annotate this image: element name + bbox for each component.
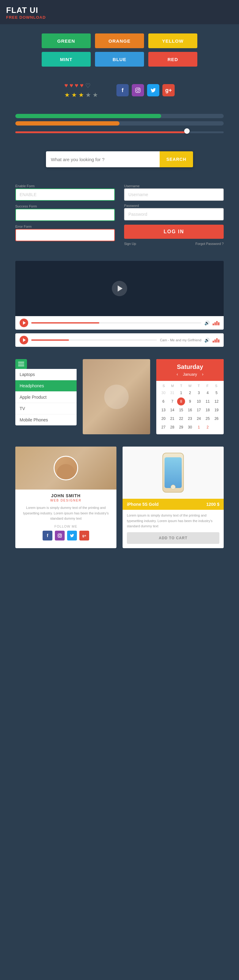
menu-item-laptops[interactable]: Laptops bbox=[15, 369, 77, 380]
star-4[interactable]: ★ bbox=[85, 91, 91, 99]
heart-1[interactable]: ♥ bbox=[64, 82, 68, 89]
blue-button[interactable]: BLUE bbox=[95, 52, 144, 67]
heart-4[interactable]: ♥ bbox=[80, 82, 84, 89]
cal-day-15[interactable]: 15 bbox=[177, 406, 185, 414]
cal-day-18[interactable]: 18 bbox=[204, 406, 212, 414]
cal-day-28[interactable]: 28 bbox=[168, 423, 176, 431]
weekday-f: F bbox=[203, 384, 212, 388]
cal-day-14[interactable]: 14 bbox=[168, 406, 176, 414]
twitter-icon[interactable] bbox=[147, 84, 159, 96]
cal-day-31prev[interactable]: 31 bbox=[168, 389, 176, 397]
menu-item-tv[interactable]: TV bbox=[15, 403, 77, 414]
svg-point-4 bbox=[59, 535, 61, 536]
video-progress-bar[interactable] bbox=[31, 322, 201, 323]
weekday-t1: T bbox=[177, 384, 186, 388]
audio-progress-bar[interactable] bbox=[31, 339, 157, 341]
password-input[interactable] bbox=[124, 208, 224, 220]
green-button[interactable]: GREEN bbox=[42, 33, 91, 48]
cal-day-27[interactable]: 27 bbox=[159, 423, 167, 431]
cal-day-17[interactable]: 17 bbox=[195, 406, 203, 414]
orange-button[interactable]: ORANGE bbox=[95, 33, 144, 48]
calendar-next-arrow[interactable]: › bbox=[202, 372, 203, 377]
audio-play-icon bbox=[23, 338, 26, 342]
hamburger-menu-button[interactable] bbox=[15, 359, 27, 369]
google-plus-icon[interactable]: g+ bbox=[162, 84, 175, 96]
menu-item-mobile[interactable]: Mobile Phones bbox=[15, 414, 77, 425]
profile-instagram-icon[interactable] bbox=[55, 531, 65, 541]
audio-volume-icon[interactable]: 🔊 bbox=[204, 337, 210, 342]
star-1[interactable]: ★ bbox=[64, 91, 70, 99]
cal-day-30prev[interactable]: 30 bbox=[159, 389, 167, 397]
red-button[interactable]: RED bbox=[148, 52, 197, 67]
profile-description: Lorem ipsum is simply dummy text of the … bbox=[15, 502, 116, 525]
svg-point-1 bbox=[137, 89, 139, 91]
cal-day-13[interactable]: 13 bbox=[159, 406, 167, 414]
forgot-link[interactable]: Forgot Password ? bbox=[195, 242, 224, 245]
instagram-icon[interactable] bbox=[132, 84, 144, 96]
heart-2[interactable]: ♥ bbox=[70, 82, 73, 89]
cal-day-12[interactable]: 12 bbox=[213, 398, 221, 406]
cal-day-24[interactable]: 24 bbox=[195, 415, 203, 423]
video-screen[interactable] bbox=[15, 261, 224, 316]
cal-day-22[interactable]: 22 bbox=[177, 415, 185, 423]
cal-day-8-today[interactable]: 8 bbox=[177, 398, 185, 406]
slider-thumb[interactable] bbox=[184, 128, 190, 134]
cal-day-3[interactable]: 3 bbox=[195, 389, 203, 397]
cal-day-2[interactable]: 2 bbox=[186, 389, 194, 397]
cal-day-23[interactable]: 23 bbox=[186, 415, 194, 423]
cal-day-19[interactable]: 19 bbox=[213, 406, 221, 414]
star-2[interactable]: ★ bbox=[71, 91, 77, 99]
add-to-cart-button[interactable]: ADD TO CART bbox=[127, 532, 219, 544]
facebook-icon[interactable]: f bbox=[116, 84, 129, 96]
profile-twitter-icon[interactable] bbox=[67, 531, 77, 541]
cal-day-4[interactable]: 4 bbox=[204, 389, 212, 397]
cal-day-30[interactable]: 30 bbox=[186, 423, 194, 431]
audio-title: Cam - Me and my Girlfriend bbox=[160, 338, 201, 342]
heart-5[interactable]: ♡ bbox=[85, 82, 91, 89]
yellow-button[interactable]: YELLOW bbox=[148, 33, 197, 48]
success-input[interactable] bbox=[15, 209, 115, 221]
star-3[interactable]: ★ bbox=[78, 91, 84, 99]
vol-bar-2 bbox=[214, 322, 216, 325]
calendar-prev-arrow[interactable]: ‹ bbox=[176, 372, 178, 377]
video-section: 🔊 Cam - Me and my Girlfriend 🔊 bbox=[0, 258, 239, 356]
cal-day-25[interactable]: 25 bbox=[204, 415, 212, 423]
volume-icon[interactable]: 🔊 bbox=[204, 320, 210, 325]
cal-day-2next[interactable]: 2 bbox=[204, 423, 212, 431]
cal-day-11[interactable]: 11 bbox=[204, 398, 212, 406]
cal-day-20[interactable]: 20 bbox=[159, 415, 167, 423]
cal-day-29[interactable]: 29 bbox=[177, 423, 185, 431]
cal-day-7[interactable]: 7 bbox=[168, 398, 176, 406]
video-controls-play-button[interactable] bbox=[20, 318, 28, 327]
success-form-group: Success Form bbox=[15, 204, 115, 221]
cal-day-10[interactable]: 10 bbox=[195, 398, 203, 406]
slider-wrap[interactable] bbox=[15, 130, 224, 134]
search-button[interactable]: SEARCH bbox=[160, 151, 193, 167]
cal-day-1next[interactable]: 1 bbox=[195, 423, 203, 431]
username-input[interactable] bbox=[124, 188, 224, 201]
heart-3[interactable]: ♥ bbox=[75, 82, 78, 89]
audio-vol-bar-4 bbox=[218, 339, 219, 342]
video-play-button[interactable] bbox=[112, 281, 127, 296]
signup-link[interactable]: Sign Up bbox=[124, 242, 136, 245]
profile-google-plus-icon[interactable]: g+ bbox=[79, 531, 89, 541]
menu-item-headphones[interactable]: Headphones bbox=[15, 380, 77, 391]
cal-day-1[interactable]: 1 bbox=[177, 389, 185, 397]
cal-day-21[interactable]: 21 bbox=[168, 415, 176, 423]
rating-social-section: ♥ ♥ ♥ ♥ ♡ ★ ★ ★ ★ ★ f g+ bbox=[0, 76, 239, 108]
search-input[interactable] bbox=[46, 151, 160, 167]
cal-day-6[interactable]: 6 bbox=[159, 398, 167, 406]
cal-day-5[interactable]: 5 bbox=[213, 389, 221, 397]
enable-input[interactable] bbox=[15, 188, 115, 201]
login-button[interactable]: LOG IN bbox=[124, 225, 224, 239]
error-input[interactable] bbox=[15, 229, 115, 241]
menu-item-apple[interactable]: Apple Product bbox=[15, 391, 77, 403]
star-5[interactable]: ★ bbox=[93, 91, 98, 99]
menu-image-area bbox=[83, 359, 150, 434]
profile-facebook-icon[interactable]: f bbox=[43, 531, 52, 541]
cal-day-26[interactable]: 26 bbox=[213, 415, 221, 423]
audio-play-button[interactable] bbox=[20, 336, 28, 344]
cal-day-9[interactable]: 9 bbox=[186, 398, 194, 406]
mint-button[interactable]: MINT bbox=[42, 52, 91, 67]
cal-day-16[interactable]: 16 bbox=[186, 406, 194, 414]
